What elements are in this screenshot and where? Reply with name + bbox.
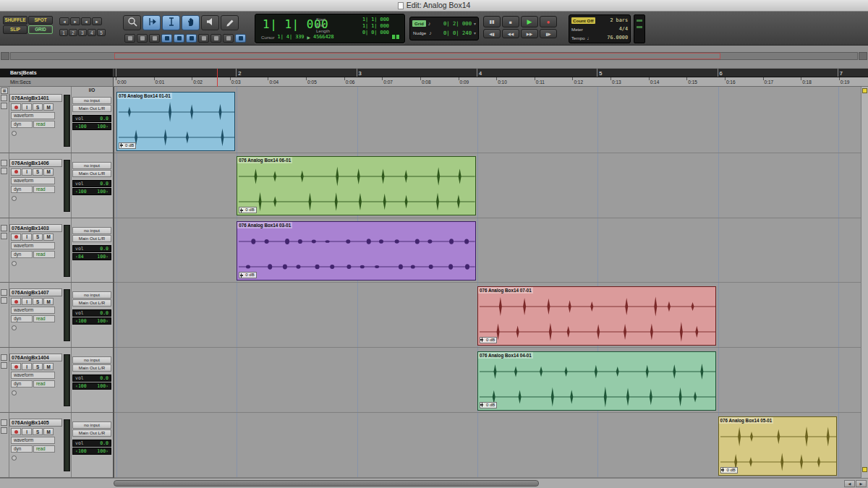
track-view-selector[interactable]: waveform [11,177,55,184]
elastic-audio-selector[interactable]: dyn [11,380,33,388]
track-expand-button[interactable] [12,390,17,395]
tempo-value[interactable]: 76.0000 [607,35,628,40]
solo-button[interactable]: S [33,428,43,435]
horizontal-zoom-in-button[interactable]: ► [70,17,80,25]
pan-display[interactable]: ‹84 100› [72,253,111,260]
record-arm-button[interactable] [11,234,21,241]
input-monitor-button[interactable]: I [22,168,32,176]
volume-display[interactable]: vol 0.0 [72,245,111,252]
link-timeline-edit-button[interactable] [161,34,172,43]
output-selector[interactable]: Main Out L/R [72,105,111,112]
automation-mode-selector[interactable]: read [33,251,55,258]
automation-mode-selector[interactable]: read [33,380,55,388]
track-name[interactable]: 076AnlgBx1403 [9,224,62,232]
track-name[interactable]: 076AnlgBx1401 [9,94,62,102]
min-secs-ruler[interactable]: 0:000:010:020:030:040:050:060:070:080:09… [0,77,868,87]
scrubber-tool-button[interactable] [201,15,219,30]
volume-display[interactable]: vol 0.0 [72,180,111,187]
pan-display[interactable]: ‹100 100› [72,188,111,195]
count-off-value[interactable]: 2 bars [610,17,628,23]
pan-display[interactable]: ‹100 100› [72,382,111,390]
grabber-tool-button[interactable] [182,15,200,30]
go-to-end-button[interactable]: ▮▶ [540,29,557,38]
track-expand-button[interactable] [12,261,17,266]
track-color-tab[interactable] [1,103,7,109]
scroll-right-button[interactable]: ▶ [856,480,867,487]
track-color-tab[interactable] [1,168,7,174]
mode-grid-button[interactable]: GRID [28,25,53,34]
track-view-selector[interactable]: waveform [11,307,55,314]
solo-button[interactable]: S [33,234,43,241]
mode-spot-button[interactable]: SPOT [28,16,53,25]
automation-follows-edit-button[interactable] [198,34,209,43]
midi-merge-panel[interactable] [634,14,645,43]
track-color-tab[interactable] [1,427,7,434]
track-view-selector[interactable]: waveform [11,372,55,379]
scroll-marker-top[interactable] [862,88,867,93]
input-selector[interactable]: no input [72,97,111,104]
clip-gain-button[interactable]: 0 dB [119,142,136,149]
return-to-zero-button[interactable]: ◀▮ [483,29,501,38]
track-expand-button[interactable] [12,131,17,136]
track-expand-button[interactable] [12,455,17,461]
track-name[interactable]: 076AnlgBx1407 [9,288,62,296]
input-monitor-button[interactable]: I [22,298,32,305]
track-list-icon[interactable] [1,289,7,296]
keyboard-focus-button[interactable] [235,34,246,43]
automation-mode-selector[interactable]: read [33,121,55,128]
elastic-audio-selector[interactable]: dyn [11,186,33,193]
track-color-tab[interactable] [1,233,7,239]
track-color-tab[interactable] [1,297,7,304]
mode-shuffle-button[interactable]: SHUFFLE [3,16,27,25]
mute-button[interactable]: M [43,234,54,241]
scroll-marker-bottom[interactable] [862,467,867,472]
audio-clip[interactable]: 076 Analog Box14 01-01 0 dB [116,92,235,151]
solo-button[interactable]: S [33,363,43,370]
output-selector[interactable]: Main Out L/R [72,170,111,177]
zoom-preset-4-button[interactable]: 4 [88,29,96,36]
elastic-audio-selector[interactable]: dyn [11,251,33,258]
tab-to-transient-button[interactable] [137,34,148,43]
audio-zoom-in-button[interactable]: ► [92,17,102,25]
audio-clip[interactable]: 076 Analog Box14 06-01 0 dB [237,156,476,215]
edit-canvas[interactable]: 076 Analog Box14 01-01 0 dB 076 Analog B… [114,87,861,478]
elastic-audio-selector[interactable]: dyn [11,315,33,322]
trim-tool-button[interactable] [142,15,161,30]
audio-clip[interactable]: 076 Analog Box14 05-01 0 dB [718,416,837,476]
volume-display[interactable]: vol 0.0 [72,440,111,447]
clip-gain-button[interactable]: 0 dB [720,467,738,474]
mode-slip-button[interactable]: SLIP [3,25,27,34]
horizontal-zoom-out-button[interactable]: ◄ [59,17,69,25]
input-monitor-button[interactable]: I [22,103,32,111]
mirrored-midi-editing-button[interactable] [149,34,160,43]
session-overview-bar[interactable] [10,52,858,60]
zoom-toggle-button[interactable] [124,34,135,43]
track-list-icon[interactable] [1,419,7,426]
output-selector[interactable]: Main Out L/R [72,235,111,242]
rewind-button[interactable]: ◀◀ [502,29,519,38]
nudge-menu-caret-icon[interactable]: ▾ [474,30,476,35]
track-expand-button[interactable] [12,325,17,330]
mute-button[interactable]: M [43,168,54,176]
record-arm-button[interactable] [11,363,21,370]
mute-button[interactable]: M [43,103,54,111]
record-arm-button[interactable] [11,103,21,111]
clip-gain-button[interactable]: 0 dB [239,207,256,213]
meter-value[interactable]: 4/4 [619,26,628,32]
input-selector[interactable]: no input [72,162,111,169]
automation-mode-selector[interactable]: read [33,315,55,322]
track-list-icon[interactable] [1,95,7,101]
solo-button[interactable]: S [33,168,43,176]
link-track-edit-button[interactable] [174,34,184,43]
audio-clip[interactable]: 076 Analog Box14 03-01 0 dB [237,221,476,281]
zoom-preset-1-button[interactable]: 1 [59,29,68,36]
volume-display[interactable]: vol 0.0 [72,115,111,122]
zoom-preset-2-button[interactable]: 2 [69,29,77,36]
audio-clip[interactable]: 076 Analog Box14 07-01 0 dB [477,286,717,346]
input-selector[interactable]: no input [72,227,111,234]
input-selector[interactable]: no input [72,356,111,364]
input-selector[interactable]: no input [72,291,111,299]
grid-menu-caret-icon[interactable]: ▾ [474,21,476,26]
record-arm-button[interactable] [11,298,21,305]
zoom-preset-5-button[interactable]: 5 [97,29,106,36]
